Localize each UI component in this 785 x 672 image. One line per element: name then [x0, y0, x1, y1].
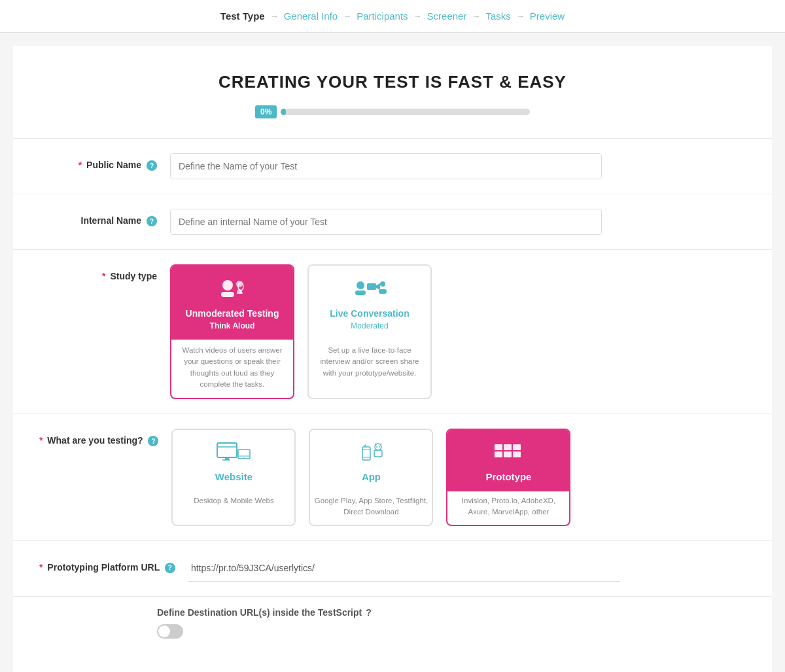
public-name-input[interactable]: [170, 153, 602, 179]
svg-marker-9: [376, 283, 380, 290]
progress-container: 0%: [13, 105, 772, 118]
svg-point-0: [222, 280, 233, 291]
svg-rect-11: [379, 289, 387, 294]
svg-point-25: [379, 446, 380, 448]
prototype-url-input-area: [188, 556, 746, 582]
progress-label: 0%: [255, 105, 277, 118]
svg-rect-27: [495, 444, 502, 450]
study-type-cards: Unmoderated Testing Think Aloud Watch vi…: [170, 264, 746, 399]
svg-point-6: [357, 281, 364, 289]
prototype-url-section: * Prototyping Platform URL ?: [13, 540, 772, 596]
nav-item-general-info[interactable]: General Info: [284, 10, 338, 22]
svg-rect-32: [513, 451, 521, 457]
public-name-help-icon[interactable]: ?: [147, 160, 157, 171]
public-name-section: * Public Name ?: [13, 138, 772, 194]
website-title: Website: [182, 471, 285, 482]
live-subtitle: Moderated: [318, 321, 421, 330]
prototype-desc: Invision, Proto.io, AdobeXD, Axure, Marv…: [447, 491, 569, 525]
prototype-url-input[interactable]: [188, 556, 620, 582]
test-card-prototype[interactable]: Prototype Invision, Proto.io, AdobeXD, A…: [446, 429, 570, 526]
svg-rect-30: [495, 451, 502, 457]
svg-point-24: [376, 446, 377, 448]
test-card-app[interactable]: App Google Play, App Store, Testflight, …: [309, 429, 433, 526]
test-card-website[interactable]: Website Desktop & Mobile Webs: [171, 429, 296, 526]
internal-name-label: Internal Name ?: [39, 209, 157, 226]
destination-url-help-icon[interactable]: ?: [366, 607, 372, 618]
what-testing-help-icon[interactable]: ?: [148, 436, 158, 446]
what-testing-input-area: Website Desktop & Mobile Webs: [171, 429, 746, 526]
main-content: CREATING YOUR TEST IS FAST & EASY 0% * P…: [13, 46, 772, 672]
public-name-input-area: [170, 153, 746, 179]
test-card-website-inner: Website: [173, 430, 294, 491]
study-card-unmoderated[interactable]: Unmoderated Testing Think Aloud Watch vi…: [170, 264, 294, 399]
nav-arrow-5: →: [516, 11, 525, 21]
svg-rect-8: [367, 283, 376, 290]
nav-item-participants[interactable]: Participants: [357, 10, 408, 22]
svg-rect-31: [504, 451, 512, 457]
study-type-input-area: Unmoderated Testing Think Aloud Watch vi…: [170, 264, 746, 399]
prototype-icon: [457, 442, 560, 466]
prototype-title: Prototype: [457, 471, 560, 482]
unmoderated-subtitle: Think Aloud: [181, 321, 284, 330]
svg-point-10: [380, 281, 385, 287]
app-icon: [319, 442, 423, 466]
study-card-unmoderated-inner: Unmoderated Testing Think Aloud: [171, 266, 293, 340]
internal-name-help-icon[interactable]: ?: [147, 216, 157, 226]
app-desc: Google Play, App Store, Testflight, Dire…: [310, 491, 432, 525]
destination-url-toggle[interactable]: [157, 624, 183, 639]
public-name-label: * Public Name ?: [39, 153, 157, 171]
destination-url-label: Define Destination URL(s) inside the Tes…: [157, 607, 746, 618]
internal-name-input[interactable]: [170, 209, 602, 235]
study-type-label: * Study type: [39, 264, 157, 281]
prototype-url-help-icon[interactable]: ?: [165, 563, 175, 573]
destination-url-section: Define Destination URL(s) inside the Tes…: [13, 596, 772, 651]
nav-item-test-type[interactable]: Test Type: [220, 10, 265, 22]
live-title: Live Conversation: [318, 308, 421, 319]
app-title: App: [319, 471, 423, 482]
svg-rect-7: [355, 291, 366, 295]
website-icon: [182, 442, 285, 466]
what-testing-label: * What are you testing? ?: [39, 429, 158, 446]
live-desc: Set up a live face-to-face interview and…: [309, 340, 430, 387]
study-type-section: * Study type: [13, 249, 772, 414]
nav-item-screener[interactable]: Screener: [427, 10, 467, 22]
internal-name-input-area: [170, 209, 746, 235]
what-testing-section: * What are you testing? ?: [13, 414, 772, 540]
progress-fill: [281, 109, 286, 115]
svg-rect-12: [217, 443, 237, 457]
required-asterisk: *: [78, 160, 82, 170]
study-card-live[interactable]: Live Conversation Moderated Set up a liv…: [307, 264, 432, 399]
svg-rect-29: [513, 444, 521, 450]
progress-track: [281, 109, 530, 115]
nav-arrow-1: →: [270, 11, 279, 21]
unmoderated-title: Unmoderated Testing: [181, 308, 284, 319]
page-title: CREATING YOUR TEST IS FAST & EASY: [13, 46, 772, 105]
website-desc: Desktop & Mobile Webs: [173, 491, 294, 513]
internal-name-section: Internal Name ?: [13, 194, 772, 249]
nav-item-preview[interactable]: Preview: [530, 10, 565, 22]
svg-rect-28: [504, 444, 512, 450]
nav-arrow-3: →: [413, 11, 422, 21]
prototype-url-label: * Prototyping Platform URL ?: [39, 556, 175, 573]
study-card-live-inner: Live Conversation Moderated: [309, 266, 430, 340]
unmoderated-icon: [181, 277, 284, 303]
svg-rect-16: [238, 450, 250, 459]
live-icon: [318, 277, 421, 303]
test-card-app-inner: App: [310, 430, 432, 491]
test-card-prototype-inner: Prototype: [447, 430, 569, 491]
nav-arrow-4: →: [472, 11, 480, 21]
svg-rect-1: [221, 292, 234, 297]
testing-type-cards: Website Desktop & Mobile Webs: [171, 429, 746, 526]
svg-point-2: [236, 281, 243, 287]
unmoderated-desc: Watch videos of users answer your questi…: [171, 340, 293, 398]
nav-arrow-2: →: [343, 11, 351, 21]
nav-item-tasks[interactable]: Tasks: [485, 10, 510, 22]
svg-point-18: [243, 457, 245, 459]
progress-bar-wrapper: 0%: [255, 105, 530, 118]
top-navigation: Test Type → General Info → Participants …: [0, 0, 785, 33]
svg-rect-26: [374, 450, 382, 457]
